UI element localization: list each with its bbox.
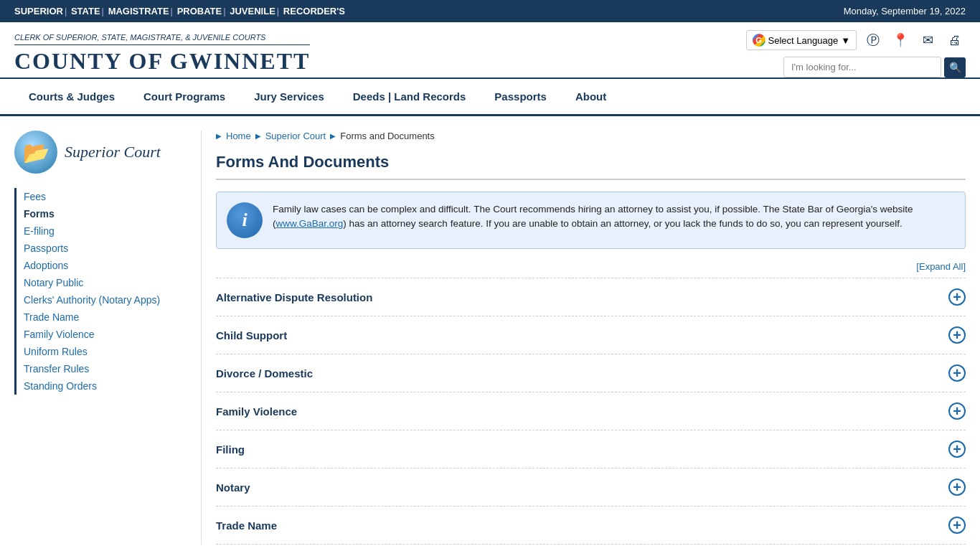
expand-all: [Expand All] (216, 260, 966, 272)
info-text: Family law cases can be complex and diff… (273, 202, 955, 232)
accordion-label-child-support: Child Support (216, 329, 287, 342)
info-icon: i (227, 202, 263, 238)
sidebar-item-family-violence[interactable]: Family Violence (24, 326, 187, 343)
accordion-header-divorce[interactable]: Divorce / Domestic + (216, 364, 966, 382)
top-bar-date: Monday, September 19, 2022 (844, 6, 966, 17)
accordion-item-divorce: Divorce / Domestic + (216, 354, 966, 392)
sidebar-item-standing-orders[interactable]: Standing Orders (24, 377, 187, 395)
header-icons: G Select Language ▼ Ⓟ 📍 ✉ 🖨 (746, 29, 966, 51)
sidebar-item-efiling[interactable]: E-filing (24, 222, 187, 240)
sidebar-header: 📂 Superior Court (14, 131, 187, 174)
sidebar: 📂 Superior Court Fees Forms E-filing Pas… (14, 131, 187, 545)
print-icon[interactable]: 🖨 (944, 29, 966, 51)
nav-jury-services[interactable]: Jury Services (240, 79, 339, 114)
expand-all-link[interactable]: [Expand All] (916, 261, 966, 272)
accordion-plus-child-support[interactable]: + (948, 326, 966, 344)
translate-label: Select Language (768, 35, 839, 46)
accordion-item-trade-name: Trade Name + (216, 507, 966, 545)
top-bar: SUPERIOR| STATE| MAGISTRATE| PROBATE| JU… (0, 0, 980, 22)
sidebar-item-fees[interactable]: Fees (24, 188, 187, 205)
link-recorders[interactable]: RECORDER'S (283, 6, 345, 17)
link-juvenile[interactable]: JUVENILE (230, 6, 275, 17)
header: CLERK OF SUPERIOR, STATE, MAGISTRATE, & … (0, 22, 980, 79)
accordion-item-family-violence: Family Violence + (216, 392, 966, 430)
chevron-down-icon: ▼ (841, 35, 850, 46)
top-bar-links: SUPERIOR| STATE| MAGISTRATE| PROBATE| JU… (14, 6, 345, 17)
sidebar-title: Superior Court (65, 143, 161, 161)
sidebar-item-clerks-authority[interactable]: Clerks' Authority (Notary Apps) (24, 291, 187, 309)
search-input[interactable] (783, 57, 941, 77)
logo-area: CLERK OF SUPERIOR, STATE, MAGISTRATE, & … (14, 33, 310, 75)
page-title: Forms And Documents (216, 153, 966, 180)
accordion-plus-adr[interactable]: + (948, 288, 966, 306)
breadcrumb-superior-court[interactable]: Superior Court (265, 131, 326, 141)
logo-title: COUNTY OF GWINNETT (14, 48, 310, 75)
info-box: i Family law cases can be complex and di… (216, 192, 966, 249)
accordion-item-notary: Notary + (216, 468, 966, 507)
content-wrapper: 📂 Superior Court Fees Forms E-filing Pas… (0, 116, 980, 551)
accordion-header-trade-name[interactable]: Trade Name + (216, 517, 966, 534)
superior-court-icon: 📂 (14, 131, 57, 174)
accordion-item-child-support: Child Support + (216, 316, 966, 354)
accordion-plus-trade-name[interactable]: + (948, 517, 966, 534)
main-nav: Courts & Judges Court Programs Jury Serv… (0, 79, 980, 116)
accordion-item-adr: Alternative Dispute Resolution + (216, 278, 966, 316)
main-content: ▶ Home ▶ Superior Court ▶ Forms and Docu… (201, 131, 966, 545)
breadcrumb-arrow-1: ▶ (216, 132, 222, 140)
logo-subtitle: CLERK OF SUPERIOR, STATE, MAGISTRATE, & … (14, 33, 310, 45)
sidebar-nav: Fees Forms E-filing Passports Adoptions … (14, 188, 187, 395)
email-icon[interactable]: ✉ (917, 29, 938, 51)
header-right: G Select Language ▼ Ⓟ 📍 ✉ 🖨 🔍 (746, 29, 966, 77)
accordion-label-trade-name: Trade Name (216, 519, 277, 532)
nav-court-programs[interactable]: Court Programs (129, 79, 240, 114)
accordion-header-notary[interactable]: Notary + (216, 479, 966, 496)
accordion-label-divorce: Divorce / Domestic (216, 367, 313, 380)
location-icon[interactable]: 📍 (890, 29, 911, 51)
breadcrumb-current: Forms and Documents (340, 131, 435, 141)
breadcrumb: ▶ Home ▶ Superior Court ▶ Forms and Docu… (216, 131, 966, 141)
sidebar-item-transfer-rules[interactable]: Transfer Rules (24, 360, 187, 377)
sidebar-item-forms[interactable]: Forms (24, 205, 187, 222)
sidebar-item-adoptions[interactable]: Adoptions (24, 257, 187, 274)
breadcrumb-arrow-3: ▶ (330, 132, 336, 140)
parking-icon[interactable]: Ⓟ (862, 29, 884, 51)
sidebar-item-notary-public[interactable]: Notary Public (24, 274, 187, 291)
nav-courts-judges[interactable]: Courts & Judges (14, 79, 129, 114)
accordion: Alternative Dispute Resolution + Child S… (216, 278, 966, 545)
accordion-header-adr[interactable]: Alternative Dispute Resolution + (216, 288, 966, 306)
accordion-label-filing: Filing (216, 443, 245, 456)
accordion-header-family-violence[interactable]: Family Violence + (216, 402, 966, 420)
search-button[interactable]: 🔍 (944, 57, 966, 77)
accordion-label-family-violence: Family Violence (216, 405, 297, 418)
gabar-link[interactable]: www.GaBar.org (276, 218, 344, 229)
nav-about[interactable]: About (561, 79, 621, 114)
accordion-label-notary: Notary (216, 481, 250, 494)
link-probate[interactable]: PROBATE (177, 6, 222, 17)
link-state[interactable]: STATE (71, 6, 100, 17)
link-superior[interactable]: SUPERIOR (14, 6, 63, 17)
nav-passports[interactable]: Passports (480, 79, 561, 114)
accordion-plus-family-violence[interactable]: + (948, 402, 966, 420)
sidebar-item-uniform-rules[interactable]: Uniform Rules (24, 343, 187, 360)
accordion-item-filing: Filing + (216, 430, 966, 468)
translate-widget[interactable]: G Select Language ▼ (746, 30, 857, 50)
accordion-plus-notary[interactable]: + (948, 479, 966, 496)
google-icon: G (753, 34, 765, 47)
accordion-label-adr: Alternative Dispute Resolution (216, 291, 372, 303)
link-magistrate[interactable]: MAGISTRATE (108, 6, 169, 17)
accordion-header-filing[interactable]: Filing + (216, 441, 966, 458)
sidebar-item-passports[interactable]: Passports (24, 240, 187, 257)
breadcrumb-arrow-2: ▶ (255, 132, 261, 140)
nav-deeds-land[interactable]: Deeds | Land Records (339, 79, 481, 114)
accordion-plus-filing[interactable]: + (948, 441, 966, 458)
search-bar: 🔍 (783, 57, 966, 77)
accordion-header-child-support[interactable]: Child Support + (216, 326, 966, 344)
breadcrumb-home[interactable]: Home (226, 131, 251, 141)
accordion-plus-divorce[interactable]: + (948, 364, 966, 382)
sidebar-item-trade-name[interactable]: Trade Name (24, 309, 187, 326)
